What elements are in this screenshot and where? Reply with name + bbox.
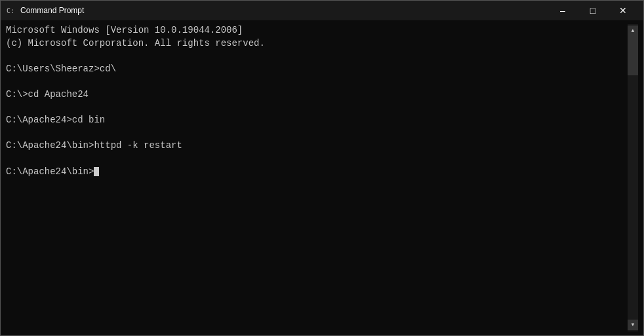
console-line (6, 153, 628, 166)
console-line: Microsoft Windows [Version 10.0.19044.20… (6, 24, 628, 37)
maximize-button[interactable]: □ (578, 1, 608, 20)
console-content: Microsoft Windows [Version 10.0.19044.20… (6, 24, 628, 331)
console-line: (c) Microsoft Corporation. All rights re… (6, 37, 628, 50)
title-bar: C: Command Prompt – □ ✕ (1, 1, 643, 20)
scroll-up-arrow[interactable]: ▲ (628, 26, 638, 36)
console-line: C:\Apache24>cd bin (6, 114, 628, 127)
console-line (6, 50, 628, 63)
close-button[interactable]: ✕ (608, 1, 638, 20)
svg-text:C:: C: (7, 7, 14, 14)
scrollbar-thumb[interactable] (628, 36, 638, 75)
scroll-down-arrow[interactable]: ▼ (628, 320, 638, 330)
console-line: C:\>cd Apache24 (6, 88, 628, 102)
console-line: C:\Apache24\bin> (6, 166, 628, 179)
cmd-icon: C: (6, 5, 16, 16)
minimize-button[interactable]: – (548, 1, 578, 20)
text-cursor (94, 167, 99, 176)
console-area[interactable]: Microsoft Windows [Version 10.0.19044.20… (1, 20, 643, 335)
console-line: C:\Users\Sheeraz>cd\ (6, 63, 628, 76)
console-line (6, 75, 628, 88)
scrollbar[interactable]: ▲ ▼ (628, 24, 638, 331)
scrollbar-track[interactable] (628, 36, 638, 320)
command-prompt-window: C: Command Prompt – □ ✕ Microsoft Window… (0, 0, 644, 336)
console-line (6, 127, 628, 140)
title-bar-text: Command Prompt (20, 6, 548, 15)
console-line (6, 102, 628, 115)
window-controls: – □ ✕ (548, 1, 638, 20)
console-line: C:\Apache24\bin>httpd -k restart (6, 140, 628, 153)
